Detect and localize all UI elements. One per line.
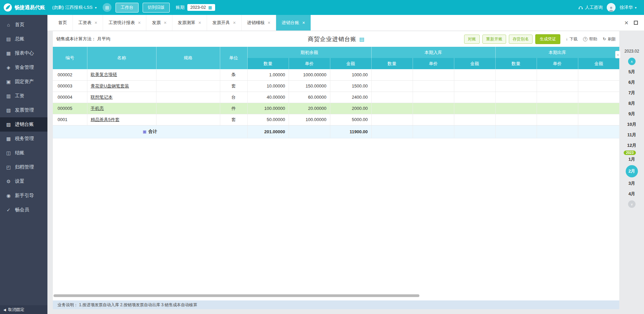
sidebar-item-purchase-sale-ledger[interactable]: ▨进销台账	[0, 117, 47, 132]
company-name: (勿删) 江西报税-LSS	[52, 4, 92, 11]
subcol-price: 单价	[289, 58, 330, 69]
col-header-name: 名称	[87, 47, 156, 69]
switch-old-version-button[interactable]: 切到旧版	[143, 3, 170, 13]
avatar[interactable]	[607, 3, 616, 12]
fullscreen-icon[interactable]	[634, 21, 638, 25]
ledger-table: 编号 名称 规格 单位 期初余额 本期入库 本期出库 数量 单价 金额 数量 单…	[53, 47, 619, 138]
consult-label: 人工咨询	[585, 4, 603, 11]
sidebar-item-tax-mgmt[interactable]: ▩税务管理	[0, 132, 47, 146]
tab-label: 首页	[58, 20, 67, 26]
sidebar-item-payroll[interactable]: ▥工资	[0, 89, 47, 103]
period-picker[interactable]: 2023-02 ▦	[187, 4, 215, 11]
subcol-price: 单价	[537, 58, 578, 69]
item-name-link[interactable]: 联想笔记本	[91, 95, 113, 100]
sidebar-item-label: 税务管理	[15, 136, 34, 142]
table-row[interactable]: 000005手机壳件100.0000020.000002000.00	[53, 103, 619, 114]
toolbar: 销售成本计算方法： 月平均 商贸企业进销台账 ▤ 对账 重新开账 存货别名 生成…	[53, 31, 619, 47]
table-row[interactable]: 000002欧美复古项链条1.000001000.000001000.00	[53, 69, 619, 80]
month-6[interactable]: 6月	[625, 77, 639, 87]
tab-payroll-stat-report[interactable]: 工资统计报表×	[103, 15, 146, 31]
month-7[interactable]: 7月	[625, 87, 639, 98]
month-1[interactable]: 1月	[625, 154, 639, 164]
cell-opening-amount: 2000.00	[330, 103, 371, 114]
collapse-panel-icon[interactable]: «	[615, 51, 620, 58]
unpin-sidebar-button[interactable]: ◀ 取消固定	[0, 305, 47, 314]
sidebar: ⌂首页▤总账▦报表中心◈资金管理▣固定资产▥工资▧发票管理▨进销台账▩税务管理◫…	[0, 15, 47, 314]
company-select[interactable]: (勿删) 江西报税-LSS ▾	[52, 4, 97, 11]
tab-invoice-calc[interactable]: 发票测算×	[172, 15, 207, 31]
table-row[interactable]: 000003青花瓷U盘钢笔套装套10.00000150.000001500.00	[53, 80, 619, 92]
sidebar-item-home[interactable]: ⌂首页	[0, 18, 47, 32]
table-row[interactable]: 0001精品茶具5件套套50.00000100.000005000.00	[53, 114, 619, 125]
item-name-link[interactable]: 精品茶具5件套	[91, 117, 120, 122]
tab-close-icon[interactable]: ×	[199, 20, 201, 25]
close-icon[interactable]: ×	[624, 19, 628, 27]
tab-close-icon[interactable]: ×	[302, 20, 305, 25]
month-11[interactable]: 11月	[625, 130, 639, 140]
month-2[interactable]: 2月	[626, 165, 638, 177]
refresh-button[interactable]: ↻ 刷新	[603, 36, 616, 42]
tab-close-icon[interactable]: ×	[268, 20, 270, 25]
tab-invoice-issue[interactable]: 发票开具×	[207, 15, 242, 31]
tab-purchase-sale-audit[interactable]: 进销稽核×	[242, 15, 276, 31]
item-name-link[interactable]: 青花瓷U盘钢笔套装	[91, 83, 129, 89]
item-name-link[interactable]: 欧美复古项链	[91, 72, 117, 77]
sidebar-item-label: 结账	[15, 150, 24, 156]
cell-in-price	[413, 80, 454, 92]
month-label: 4月	[628, 191, 635, 197]
generate-voucher-button[interactable]: 生成凭证	[535, 34, 560, 44]
month-label: 3月	[628, 180, 635, 187]
month-10[interactable]: 10月	[625, 119, 639, 130]
month-12[interactable]: 12月	[625, 140, 639, 151]
month-4[interactable]: 4月	[625, 189, 639, 199]
tab-home[interactable]: 首页	[53, 15, 73, 31]
sidebar-item-general-ledger[interactable]: ▤总账	[0, 32, 47, 46]
sidebar-item-archive-mgmt[interactable]: ◰归档管理	[0, 160, 47, 174]
inventory-alias-button[interactable]: 存货别名	[509, 35, 533, 44]
item-name-link[interactable]: 手机壳	[91, 106, 104, 111]
tab-purchase-sale-ledger[interactable]: 进销台账×	[276, 15, 311, 31]
download-button[interactable]: ↓ 下载	[566, 36, 578, 42]
scroll-down-icon[interactable]: ∨	[628, 200, 636, 208]
sidebar-item-invoice-mgmt[interactable]: ▧发票管理	[0, 103, 47, 117]
reconcile-button[interactable]: 对账	[464, 35, 480, 44]
tab-close-icon[interactable]: ×	[95, 20, 97, 25]
month-label: 6月	[628, 79, 635, 85]
tab-close-icon[interactable]: ×	[233, 20, 236, 25]
help-button[interactable]: ? 帮助	[583, 36, 597, 42]
tab-close-icon[interactable]: ×	[164, 20, 166, 25]
cell-in-amount	[454, 103, 495, 114]
tab-close-icon[interactable]: ×	[138, 20, 141, 25]
month-9[interactable]: 9月	[625, 109, 639, 119]
sidebar-item-settings[interactable]: ⚙设置	[0, 174, 47, 189]
table-row[interactable]: 000004联想笔记本台40.0000060.000002400.00	[53, 92, 619, 103]
sidebar-item-fixed-assets[interactable]: ▣固定资产	[0, 75, 47, 89]
sidebar-item-funds[interactable]: ◈资金管理	[0, 60, 47, 75]
month-3[interactable]: 3月	[625, 178, 639, 189]
tab-payroll-sheet[interactable]: 工资表×	[73, 15, 103, 31]
cell-opening-price: 100.00000	[289, 114, 330, 125]
horizontal-scrollbar-thumb[interactable]	[54, 294, 419, 297]
user-menu[interactable]: 徐泽华 ▾	[620, 4, 637, 11]
reopen-books-button[interactable]: 重新开账	[482, 35, 506, 44]
scroll-up-icon[interactable]: ∧	[628, 58, 636, 65]
workbench-doc-icon[interactable]: ▤	[103, 3, 111, 12]
document-icon[interactable]: ▤	[359, 36, 364, 42]
month-8[interactable]: 8月	[625, 98, 639, 109]
workbench-button[interactable]: 工作台	[116, 3, 139, 13]
cell-opening-amount: 5000.00	[330, 114, 371, 125]
total-row: ▣ 合计 201.00000 11900.00	[53, 125, 619, 138]
month-label: 12月	[627, 142, 636, 149]
sidebar-item-closing[interactable]: ◫结账	[0, 146, 47, 160]
month-5[interactable]: 5月	[625, 66, 639, 77]
inventory-ledger-icon: ▨	[6, 122, 11, 127]
tab-invoice[interactable]: 发票×	[146, 15, 172, 31]
content-area: 销售成本计算方法： 月平均 商贸企业进销台账 ▤ 对账 重新开账 存货别名 生成…	[47, 31, 644, 314]
sidebar-item-member[interactable]: ✓畅会员	[0, 203, 47, 217]
sidebar-item-report-center[interactable]: ▦报表中心	[0, 46, 47, 60]
app-logo[interactable]: 畅捷通易代账	[0, 3, 47, 12]
guide-icon: ◉	[6, 193, 11, 198]
sidebar-item-beginner-guide[interactable]: ◉新手引导	[0, 189, 47, 203]
consult-link[interactable]: 人工咨询	[578, 4, 603, 11]
col-header-code: 编号	[53, 47, 87, 69]
